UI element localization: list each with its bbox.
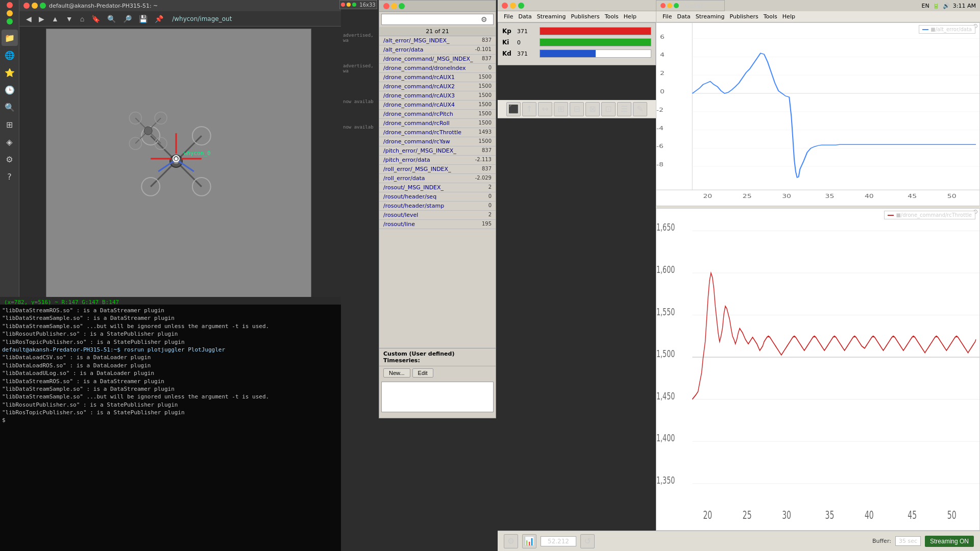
ros-topic-item[interactable]: /drone_command/rcAUX11500: [379, 73, 496, 82]
ros-topic-item[interactable]: /pitch_error/data-2.113: [379, 156, 496, 165]
nav-search1-btn[interactable]: 🔍: [105, 13, 118, 24]
sidebar-icon-apps[interactable]: ⊞: [2, 116, 18, 133]
sidebar-icon-settings[interactable]: ⚙: [2, 151, 18, 167]
pj-max-btn[interactable]: [518, 3, 524, 9]
ros-topic-item[interactable]: /rosout/header/stamp0: [379, 202, 496, 211]
pj-sub-tools[interactable]: Tools: [762, 12, 779, 21]
ros-max-btn[interactable]: [399, 3, 405, 9]
svg-text:1,500: 1,500: [656, 348, 675, 360]
pj-tool-plus-col[interactable]: ⊠: [585, 102, 600, 116]
pj-tool-up[interactable]: ↑: [522, 102, 536, 116]
ros-topic-item[interactable]: /rosout/line195: [379, 220, 496, 229]
ros-topic-item[interactable]: /drone_command/rcAUX31500: [379, 91, 496, 101]
ros-search-bar[interactable]: ⚙: [381, 14, 494, 25]
min-btn[interactable]: [7, 10, 13, 16]
pj-menu-publishers[interactable]: Publishers: [569, 12, 602, 21]
pj-bottom-refresh-icon[interactable]: ↺: [580, 534, 595, 548]
streaming-button[interactable]: Streaming ON: [925, 536, 974, 547]
nav-save-btn[interactable]: 💾: [136, 13, 150, 24]
nav-pin-btn[interactable]: 📌: [152, 13, 166, 24]
pid-kd-bar-container[interactable]: [540, 49, 651, 58]
ros-topic-item[interactable]: /rosout/_MSG_INDEX_2: [379, 183, 496, 192]
ros-topic-item[interactable]: /drone_command/rcThrottle1493: [379, 128, 496, 137]
pj-tool-list[interactable]: ☰: [617, 102, 631, 116]
pj-sub-streaming[interactable]: Streaming: [694, 12, 727, 21]
pj-bottom-plot-icon[interactable]: 📊: [522, 534, 536, 548]
ros-topic-item[interactable]: /drone_command/rcYaw1500: [379, 137, 496, 146]
terminal-log[interactable]: "libDataStreamROS.so" : is a DataStreame…: [0, 305, 341, 551]
buffer-value: 35 sec: [895, 536, 921, 546]
pj-menu-help[interactable]: Help: [622, 12, 639, 21]
mini-max[interactable]: [352, 3, 356, 7]
pid-kp-bar-container[interactable]: [540, 27, 651, 35]
pj-tool-move[interactable]: ⬛: [506, 102, 521, 116]
ros-topic-item[interactable]: /drone_command/droneIndex0: [379, 64, 496, 73]
ts-input-area[interactable]: [381, 382, 494, 412]
th-max[interactable]: [674, 3, 679, 8]
ros-topic-item[interactable]: /rosout/header/seq0: [379, 192, 496, 202]
max-btn[interactable]: [7, 18, 13, 24]
th-close[interactable]: [660, 3, 666, 8]
pj-menu-streaming[interactable]: Streaming: [535, 12, 568, 21]
pj-sub-publishers[interactable]: Publishers: [728, 12, 761, 21]
pj-close-btn[interactable]: [502, 3, 508, 9]
pid-kp-row: Kp 371: [502, 27, 651, 35]
terminal-max-btn[interactable]: [40, 3, 46, 9]
ros-close-btn[interactable]: [383, 3, 389, 9]
close-btn[interactable]: [7, 2, 13, 8]
ros-topic-item[interactable]: /alt_error/data-0.101: [379, 45, 496, 55]
ros-topic-item[interactable]: /drone_command/rcAUX41500: [379, 101, 496, 110]
pj-min-btn[interactable]: [510, 3, 516, 9]
sidebar-icon-recent[interactable]: 🕒: [2, 82, 18, 98]
ts-new-btn[interactable]: New...: [383, 368, 410, 378]
pj-menu-data[interactable]: Data: [516, 12, 533, 21]
mini-close[interactable]: [341, 3, 345, 7]
pj-menu-tools[interactable]: Tools: [603, 12, 621, 21]
svg-text:1,450: 1,450: [656, 390, 675, 402]
ros-search-input[interactable]: [384, 16, 481, 22]
sidebar-icon-help[interactable]: ?: [2, 168, 18, 185]
pj-tool-minus-row[interactable]: ⊟: [570, 102, 584, 116]
nav-bookmark-btn[interactable]: 🔖: [89, 13, 103, 24]
pj-sub-data[interactable]: Data: [675, 12, 692, 21]
nav-search2-btn[interactable]: 🔎: [120, 13, 134, 24]
settings-icon[interactable]: ⚙: [481, 15, 487, 23]
nav-up-btn[interactable]: ▲: [49, 13, 61, 24]
mini-min[interactable]: [347, 3, 351, 7]
sidebar-icon-files[interactable]: 📁: [2, 30, 18, 46]
ros-topic-item[interactable]: /pitch_error/_MSG_INDEX_837: [379, 146, 496, 156]
ros-topic-item[interactable]: /drone_command/rcRoll1500: [379, 119, 496, 128]
sidebar-icon-browse[interactable]: 🌐: [2, 47, 18, 63]
ros-min-btn[interactable]: [391, 3, 397, 9]
ros-topic-item[interactable]: /roll_error/_MSG_INDEX_837: [379, 165, 496, 174]
th-min[interactable]: [667, 3, 672, 8]
nav-down-btn[interactable]: ▼: [63, 13, 76, 24]
nav-forward-btn[interactable]: ▶: [36, 13, 47, 24]
pid-ki-bar-container[interactable]: [540, 38, 651, 46]
terminal-min-btn[interactable]: [32, 3, 38, 9]
nav-home-btn[interactable]: ⌂: [78, 13, 87, 24]
pj-bottom-settings-icon[interactable]: ⚙: [504, 534, 518, 548]
ros-topic-item[interactable]: /alt_error/_MSG_INDEX_837: [379, 36, 496, 45]
chart-lower-legend: ■/drone_command/rcThrottle: [884, 211, 975, 219]
pj-tool-leftright[interactable]: ↔: [538, 102, 552, 116]
ts-edit-btn[interactable]: Edit: [412, 368, 433, 378]
ros-topic-item[interactable]: /roll_error/data-2.029: [379, 174, 496, 183]
sidebar-icon-3d[interactable]: ◈: [2, 134, 18, 150]
ros-topic-item[interactable]: /drone_command/rcAUX21500: [379, 82, 496, 91]
sidebar-icon-search[interactable]: 🔍: [2, 99, 18, 115]
pj-menu-file[interactable]: File: [502, 12, 515, 21]
ros-topic-item[interactable]: /rosout/level2: [379, 211, 496, 220]
sidebar-icon-starred[interactable]: ⭐: [2, 64, 18, 81]
pj-tool-minus-col[interactable]: ⊡: [601, 102, 616, 116]
pj-sub-help[interactable]: Help: [780, 12, 797, 21]
time-display[interactable]: 52.212: [541, 536, 576, 546]
pj-tool-edit[interactable]: ✎: [633, 102, 647, 116]
pj-sub-file[interactable]: File: [660, 12, 674, 21]
ros-topic-item[interactable]: /drone_command/_MSG_INDEX_837: [379, 55, 496, 64]
pj-tool-plus-row[interactable]: ⊞: [554, 102, 568, 116]
ros-topic-item[interactable]: /drone_command/rcPitch1500: [379, 110, 496, 119]
terminal-close-btn[interactable]: [23, 3, 30, 9]
ts-buttons: New... Edit: [379, 366, 496, 380]
nav-back-btn[interactable]: ◀: [23, 13, 34, 24]
